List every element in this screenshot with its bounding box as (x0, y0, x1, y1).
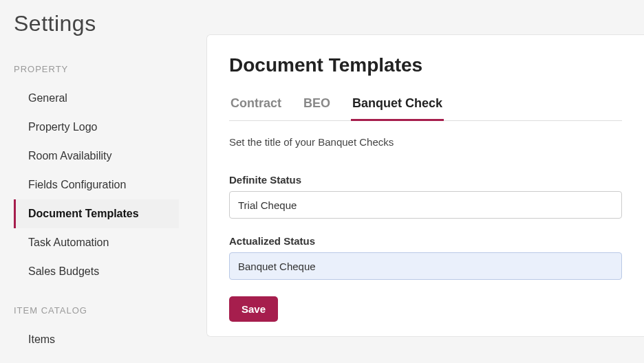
page-title: Settings (14, 11, 206, 36)
sidebar-item-task-automation[interactable]: Task Automation (14, 228, 179, 257)
definite-status-input[interactable] (229, 191, 622, 219)
sidebar-item-document-templates[interactable]: Document Templates (14, 199, 179, 228)
sidebar-section-property: PROPERTY (14, 64, 206, 74)
sidebar-item-room-availability[interactable]: Room Availability (14, 142, 179, 170)
main-content: Document Templates Contract BEO Banquet … (206, 0, 644, 363)
sidebar-list-property: General Property Logo Room Availability … (14, 84, 206, 286)
sidebar-item-general[interactable]: General (14, 84, 179, 113)
sidebar-item-fields-configuration[interactable]: Fields Configuration (14, 170, 179, 199)
actualized-status-input[interactable] (229, 252, 622, 280)
field-definite-status: Definite Status (229, 174, 622, 219)
tab-contract[interactable]: Contract (229, 91, 283, 121)
sidebar-section-item-catalog: ITEM CATALOG (14, 305, 206, 316)
tab-banquet-check[interactable]: Banquet Check (351, 91, 444, 121)
document-templates-panel: Document Templates Contract BEO Banquet … (206, 34, 644, 337)
save-button[interactable]: Save (229, 296, 278, 322)
sidebar-item-property-logo[interactable]: Property Logo (14, 113, 179, 142)
helper-text: Set the title of your Banquet Checks (229, 136, 622, 148)
panel-tabs: Contract BEO Banquet Check (229, 90, 622, 121)
field-actualized-status: Actualized Status (229, 235, 622, 280)
definite-status-label: Definite Status (229, 174, 622, 186)
settings-sidebar: Settings PROPERTY General Property Logo … (0, 0, 206, 363)
sidebar-item-sales-budgets[interactable]: Sales Budgets (14, 257, 179, 286)
tab-beo[interactable]: BEO (302, 91, 332, 121)
actualized-status-label: Actualized Status (229, 235, 622, 247)
sidebar-list-item-catalog: Items (14, 325, 206, 354)
sidebar-item-items[interactable]: Items (14, 325, 179, 354)
panel-title: Document Templates (229, 54, 622, 76)
